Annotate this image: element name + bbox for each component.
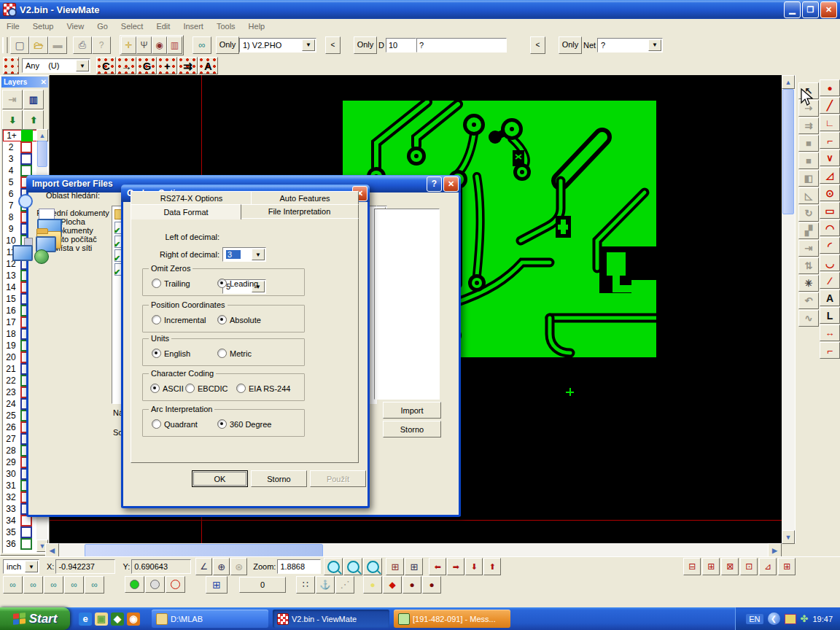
- dcode-query-input[interactable]: ?: [416, 38, 507, 52]
- unit-combobox[interactable]: inch ▼: [3, 559, 39, 574]
- layer-color-chip[interactable]: [20, 538, 32, 550]
- radar-locate-icon[interactable]: ⊛: [230, 558, 247, 575]
- print-icon[interactable]: ⎙: [73, 36, 92, 54]
- layers-panel-titlebar[interactable]: Layers ✕: [1, 77, 48, 88]
- tab-data-format[interactable]: Data Format: [131, 204, 241, 219]
- radio-icon[interactable]: [152, 419, 161, 429]
- selected-files-list[interactable]: [374, 209, 440, 400]
- left-of-decimal-combobox[interactable]: 3 ▼: [222, 247, 266, 262]
- chevron-down-icon[interactable]: ▼: [648, 39, 661, 51]
- launch-folder-icon[interactable]: ▣: [95, 612, 108, 626]
- tab-auto-features[interactable]: Auto Features: [251, 191, 359, 206]
- task-folder[interactable]: D:\MLAB: [152, 610, 268, 628]
- vector-path-icon[interactable]: ⋰: [335, 576, 354, 594]
- select-flash-cross-button[interactable]: +: [158, 57, 177, 74]
- radio-icon[interactable]: [217, 315, 227, 324]
- scroll-right-icon[interactable]: ▶: [768, 543, 782, 558]
- green-app-icon[interactable]: ◆: [111, 612, 124, 626]
- radio-icon[interactable]: [217, 349, 227, 358]
- draw-hook-icon[interactable]: ⌐: [820, 342, 840, 359]
- chevron-down-icon[interactable]: ▼: [76, 60, 89, 71]
- draw-line-icon[interactable]: ╱: [820, 97, 840, 114]
- draw-label-l-icon[interactable]: L: [820, 307, 840, 324]
- step-grid-right-icon[interactable]: ⊞: [702, 558, 720, 575]
- radio-option-english[interactable]: English: [152, 349, 190, 358]
- select-text-a-button[interactable]: A: [198, 57, 218, 74]
- new-file-icon[interactable]: ▢: [10, 36, 29, 54]
- undo-icon[interactable]: ↶: [798, 292, 819, 309]
- pan-grid-right-icon[interactable]: ➡: [447, 558, 464, 575]
- draw-vertex-icon[interactable]: ∨: [820, 149, 840, 166]
- close-icon[interactable]: ✕: [443, 176, 459, 192]
- draw-pad-icon[interactable]: ●: [820, 79, 840, 96]
- close-button[interactable]: ✕: [820, 1, 837, 18]
- fill-square-icon[interactable]: ■: [798, 135, 819, 152]
- scroll-left-icon[interactable]: ◀: [45, 543, 59, 558]
- reroute-icon[interactable]: ∿: [798, 310, 819, 327]
- radio-option-incremental[interactable]: Incremental: [152, 315, 206, 324]
- draw-chord-icon[interactable]: ◠: [820, 219, 840, 236]
- grid-step-value[interactable]: 0: [239, 577, 286, 593]
- step-grid-diagonal-icon[interactable]: ⊿: [759, 558, 777, 575]
- draw-circle-icon[interactable]: ⊙: [820, 184, 840, 201]
- ok-button[interactable]: OK: [192, 470, 248, 487]
- flash-dark-icon[interactable]: ●: [402, 576, 421, 594]
- internet-explorer-icon[interactable]: e: [79, 612, 92, 626]
- restore-button[interactable]: ❐: [802, 1, 819, 18]
- context-help-icon[interactable]: ?: [92, 36, 111, 54]
- angle-measure-icon[interactable]: ∠: [195, 558, 212, 575]
- grid-display-icon[interactable]: ⊞: [405, 558, 423, 575]
- dot-grid-icon[interactable]: ∷: [296, 576, 315, 594]
- language-indicator[interactable]: EN: [746, 614, 763, 624]
- tile-view-icon[interactable]: ⊞: [206, 576, 228, 594]
- select-gerber-g-button[interactable]: G: [137, 57, 157, 74]
- zoom-value-input[interactable]: 1.8868: [277, 559, 321, 574]
- start-button[interactable]: Start: [0, 607, 70, 630]
- chevron-down-icon[interactable]: ▼: [302, 39, 315, 51]
- swap-vertical-icon[interactable]: ⇅: [798, 257, 819, 274]
- radio-option-ebcdic[interactable]: EBCDIC: [185, 384, 228, 393]
- rotate-icon[interactable]: ↻: [798, 205, 819, 222]
- lamp-off-icon[interactable]: [145, 576, 165, 593]
- menu-item-edit[interactable]: Edit: [149, 20, 176, 32]
- tab-file-interpretation[interactable]: File Interpretation: [240, 204, 359, 219]
- draw-curve-icon[interactable]: ◜: [820, 237, 840, 254]
- help-icon[interactable]: ?: [427, 176, 442, 192]
- radio-option-eia-rs-244[interactable]: EIA RS-244: [236, 384, 290, 393]
- draw-bend-icon[interactable]: ⌐: [820, 132, 840, 149]
- draw-arc-icon[interactable]: ◡: [820, 254, 840, 271]
- flash-red-icon[interactable]: ◆: [383, 576, 402, 594]
- menu-item-file[interactable]: File: [0, 20, 26, 32]
- draw-sketch-icon[interactable]: ∕: [820, 272, 840, 289]
- menu-item-insert[interactable]: Insert: [176, 20, 210, 32]
- menu-item-view[interactable]: View: [60, 20, 90, 32]
- only-dcode-button[interactable]: Only: [354, 36, 377, 54]
- radio-icon[interactable]: [185, 384, 195, 393]
- save-file-icon[interactable]: ▬: [48, 36, 67, 54]
- measure-glasses-icon[interactable]: ∞: [192, 36, 211, 54]
- layer-color-chip[interactable]: [20, 153, 32, 165]
- close-icon[interactable]: ✕: [41, 78, 47, 86]
- radio-icon[interactable]: [150, 384, 160, 393]
- dcode-input[interactable]: 10: [386, 38, 416, 52]
- prev-layer-button[interactable]: <: [325, 36, 341, 54]
- film-circle-icon[interactable]: ◉: [152, 36, 167, 54]
- zoom-in-icon[interactable]: [324, 558, 343, 575]
- horizontal-scrollbar[interactable]: ◀ ▶: [45, 543, 782, 556]
- mirror-icon[interactable]: ◧: [798, 170, 819, 187]
- selection-filter-combobox[interactable]: Any (U) ▼: [22, 58, 90, 73]
- chevron-down-icon[interactable]: ▼: [25, 561, 38, 572]
- highlight-dcodes-icon[interactable]: ✛: [121, 36, 136, 54]
- radio-icon[interactable]: [152, 315, 161, 324]
- task-viewmate[interactable]: V2.bin - ViewMate: [273, 610, 389, 628]
- copy-item-icon[interactable]: ⇉: [798, 117, 819, 134]
- flash-plain-icon[interactable]: ●: [422, 576, 441, 594]
- layers-scroll-thumb[interactable]: [37, 141, 47, 167]
- scroll-up-icon[interactable]: ▲: [782, 75, 795, 89]
- select-trace-h-button[interactable]: ⇉: [178, 57, 198, 74]
- horizontal-scroll-thumb[interactable]: [85, 544, 323, 557]
- view-dcodes-icon[interactable]: ∞: [3, 576, 23, 594]
- chevron-down-icon[interactable]: ▼: [252, 249, 265, 260]
- pan-grid-left-icon[interactable]: ⬅: [429, 558, 446, 575]
- view-traces-icon[interactable]: ∞: [23, 576, 43, 594]
